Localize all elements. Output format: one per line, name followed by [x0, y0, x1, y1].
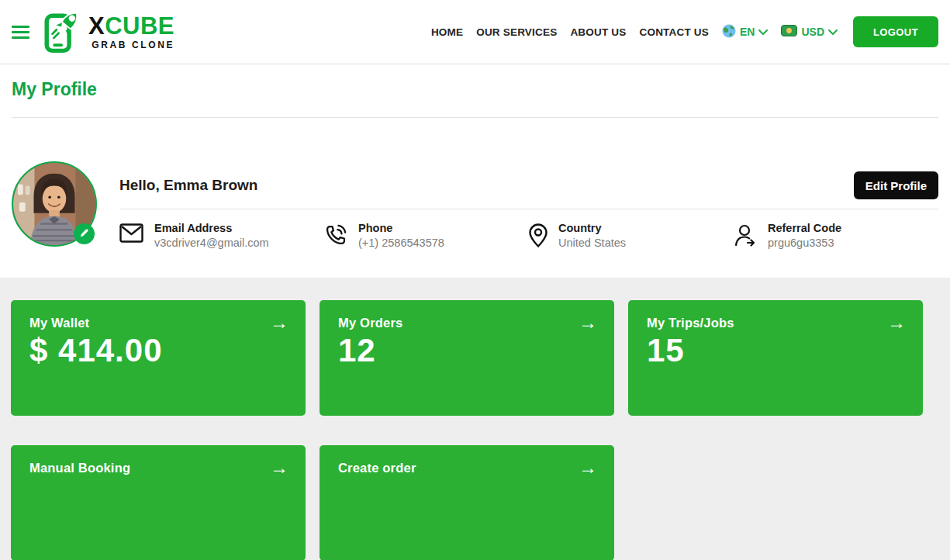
country-label: Country: [558, 222, 626, 234]
my-trips-jobs-title: My Trips/Jobs: [647, 316, 734, 330]
card-manual-booking[interactable]: Manual Booking →: [11, 445, 306, 560]
main-navigation: HOME OUR SERVICES ABOUT US CONTACT US: [431, 26, 709, 38]
currency-code: USD: [801, 26, 824, 38]
edit-profile-button[interactable]: Edit Profile: [854, 171, 938, 199]
greeting-text: Hello, Emma Brown: [119, 177, 257, 194]
phone-value: (+1) 2586543578: [358, 237, 444, 249]
brand-logo[interactable]: XCUBE GRAB CLONE: [40, 10, 174, 54]
nav-contact-us[interactable]: CONTACT US: [639, 26, 709, 38]
email-field: Email Address v3cdriver4@gmail.com: [119, 222, 324, 251]
my-profile-page: XCUBE GRAB CLONE HOME OUR SERVICES ABOUT…: [0, 0, 950, 560]
chevron-down-icon: [758, 26, 768, 38]
arrow-right-icon: →: [887, 313, 906, 332]
logo-text-x: X: [88, 12, 105, 40]
page-divider: [12, 117, 938, 118]
profile-fields: Email Address v3cdriver4@gmail.com: [119, 222, 938, 251]
referral-icon: [734, 222, 757, 251]
nav-about-us[interactable]: ABOUT US: [570, 26, 626, 38]
banknote-icon: [781, 25, 797, 39]
card-my-orders[interactable]: My Orders → 12: [320, 300, 614, 416]
arrow-right-icon: →: [270, 458, 288, 477]
language-code: EN: [740, 26, 755, 38]
nav-our-services[interactable]: OUR SERVICES: [476, 26, 557, 38]
my-orders-title: My Orders: [338, 316, 402, 330]
dashboard-cards-section: My Wallet → $ 414.00 My Orders → 12 My T…: [0, 278, 950, 560]
profile-section: My Profile: [0, 64, 950, 278]
referral-label: Referral Code: [768, 222, 841, 234]
my-wallet-value: $ 414.00: [29, 333, 288, 368]
my-trips-jobs-value: 15: [647, 333, 906, 368]
my-orders-value: 12: [338, 333, 597, 368]
hamburger-menu-icon[interactable]: [12, 26, 29, 39]
profile-divider: [119, 209, 938, 209]
email-value: v3cdriver4@gmail.com: [154, 237, 269, 249]
top-navigation-bar: XCUBE GRAB CLONE HOME OUR SERVICES ABOUT…: [0, 0, 950, 64]
envelope-icon: [119, 222, 143, 246]
language-selector[interactable]: EN: [722, 24, 768, 40]
card-create-order[interactable]: Create order →: [320, 445, 614, 560]
phone-label: Phone: [358, 222, 444, 234]
logo-subtitle: GRAB CLONE: [88, 40, 174, 50]
pencil-icon: [79, 227, 89, 241]
email-label: Email Address: [154, 222, 269, 234]
manual-booking-title: Manual Booking: [29, 461, 130, 475]
avatar-container: [12, 161, 97, 247]
location-pin-icon: [529, 222, 548, 251]
phone-icon: [324, 222, 347, 250]
nav-home[interactable]: HOME: [431, 26, 463, 38]
phone-field: Phone (+1) 2586543578: [324, 222, 529, 251]
card-my-trips-jobs[interactable]: My Trips/Jobs → 15: [628, 300, 923, 416]
currency-selector[interactable]: USD: [781, 25, 838, 39]
arrow-right-icon: →: [270, 313, 288, 332]
card-my-wallet[interactable]: My Wallet → $ 414.00: [11, 300, 306, 416]
logo-text-cube: CUBE: [105, 12, 174, 40]
globe-icon: [722, 24, 736, 40]
logout-button[interactable]: LOGOUT: [853, 16, 938, 47]
arrow-right-icon: →: [579, 458, 597, 477]
referral-field: Referral Code prgu6gu3353: [734, 222, 938, 251]
page-title: My Profile: [12, 64, 938, 100]
phone-rocket-logo-icon: [40, 10, 85, 54]
create-order-title: Create order: [338, 461, 416, 475]
country-value: United States: [558, 237, 626, 249]
arrow-right-icon: →: [579, 313, 597, 332]
brand-logo-text: XCUBE GRAB CLONE: [88, 14, 174, 50]
my-wallet-title: My Wallet: [29, 316, 89, 330]
referral-value: prgu6gu3353: [768, 237, 841, 249]
chevron-down-icon: [828, 26, 838, 38]
country-field: Country United States: [529, 222, 734, 251]
edit-avatar-button[interactable]: [74, 223, 95, 244]
